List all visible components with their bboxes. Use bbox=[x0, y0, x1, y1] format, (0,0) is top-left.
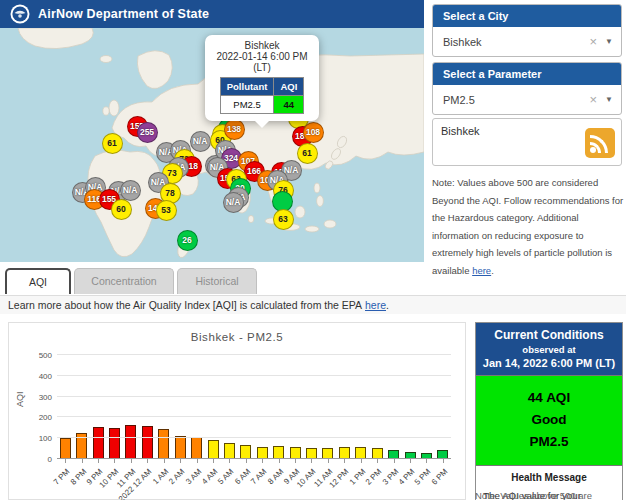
y-tick-label: 400 bbox=[39, 371, 52, 380]
map-marker[interactable]: 108 bbox=[303, 122, 324, 143]
x-tick bbox=[229, 459, 230, 463]
x-tick-label: 4 AM bbox=[200, 467, 219, 486]
x-tick bbox=[213, 459, 214, 463]
parameter-select[interactable]: PM2.5 × ▼ bbox=[433, 85, 621, 114]
map-marker[interactable]: 61 bbox=[297, 143, 318, 164]
chart-bar[interactable] bbox=[208, 440, 219, 459]
popup-aqi-table: Pollutant AQI PM2.5 44 bbox=[220, 77, 305, 114]
chart-bar-slot bbox=[435, 355, 451, 459]
map-marker[interactable]: 138 bbox=[224, 119, 245, 140]
x-tick-label: 7 PM bbox=[52, 467, 72, 487]
chart-bar[interactable] bbox=[158, 429, 169, 459]
select-parameter-panel: Select a Parameter PM2.5 × ▼ bbox=[432, 62, 622, 115]
popup-col-aqi: AQI bbox=[274, 78, 304, 96]
map-marker[interactable]: N/A bbox=[120, 180, 141, 201]
note-here-link[interactable]: here bbox=[472, 265, 491, 276]
world-aqi-map[interactable]: 15525561N/AN/AN/A72118N/A73N/AN/A78N/AN/… bbox=[0, 28, 424, 262]
popup-datetime: 2022-01-14 6:00 PM bbox=[209, 51, 315, 62]
chart-bar-slot bbox=[221, 355, 237, 459]
x-tick bbox=[98, 459, 99, 463]
y-tick-label: 500 bbox=[39, 351, 52, 360]
popup-timezone: (LT) bbox=[209, 62, 315, 73]
x-tick bbox=[328, 459, 329, 463]
chart-bar[interactable] bbox=[191, 437, 202, 459]
rss-icon[interactable] bbox=[585, 128, 615, 158]
chart-bar[interactable] bbox=[142, 426, 153, 459]
chart-bar-slot bbox=[369, 355, 385, 459]
chart-bar[interactable] bbox=[109, 428, 120, 459]
gridline bbox=[57, 458, 451, 459]
map-marker[interactable]: 63 bbox=[273, 209, 294, 230]
chart-bar-slot bbox=[254, 355, 270, 459]
x-tick bbox=[114, 459, 115, 463]
map-marker[interactable]: 60 bbox=[111, 199, 132, 220]
select-city-panel: Select a City Bishkek × ▼ bbox=[432, 4, 622, 57]
aqi-pollutant: PM2.5 bbox=[480, 434, 618, 449]
chart-bar-slot bbox=[90, 355, 106, 459]
note-text: Note: Values above 500 are considered Be… bbox=[432, 177, 623, 276]
chart-bar-slot bbox=[336, 355, 352, 459]
x-tick-label: 6 PM bbox=[430, 467, 450, 487]
learn-more-text: Learn more about how the Air Quality Ind… bbox=[8, 299, 362, 311]
learn-more-bar: Learn more about how the Air Quality Ind… bbox=[0, 295, 626, 314]
chart-bar-slot bbox=[287, 355, 303, 459]
aqi-status-box: 44 AQI Good PM2.5 bbox=[476, 375, 622, 466]
x-tick bbox=[164, 459, 165, 463]
city-select[interactable]: Bishkek × ▼ bbox=[433, 27, 621, 56]
popup-pollutant-value: PM2.5 bbox=[220, 96, 274, 114]
chart-bar[interactable] bbox=[175, 436, 186, 459]
epa-here-link[interactable]: here bbox=[365, 299, 386, 311]
chart-bar-slot bbox=[418, 355, 434, 459]
chart-bar[interactable] bbox=[125, 425, 136, 459]
observed-at-datetime: Jan 14, 2022 6:00 PM (LT) bbox=[480, 357, 618, 369]
y-tick-label: 200 bbox=[39, 413, 52, 422]
airnow-page: AirNow Department of State bbox=[0, 0, 626, 500]
chart-bar[interactable] bbox=[93, 427, 104, 459]
y-tick-label: 300 bbox=[39, 392, 52, 401]
x-tick bbox=[246, 459, 247, 463]
aqi-value: 44 AQI bbox=[480, 390, 618, 405]
observed-at-label: observed at bbox=[480, 344, 618, 355]
chart-y-axis-label: AQI bbox=[15, 391, 25, 407]
tab-aqi[interactable]: AQI bbox=[5, 268, 71, 294]
chart-bar[interactable] bbox=[273, 446, 284, 459]
x-tick-label: 8 PM bbox=[68, 467, 88, 487]
clear-parameter-icon[interactable]: × bbox=[589, 92, 597, 107]
x-tick bbox=[443, 459, 444, 463]
chevron-down-icon[interactable]: ▼ bbox=[605, 95, 613, 104]
x-tick bbox=[131, 459, 132, 463]
chart-bar-slot bbox=[320, 355, 336, 459]
map-marker[interactable]: N/A bbox=[223, 192, 244, 213]
aqi-category: Good bbox=[480, 412, 618, 427]
chart-bar-slot bbox=[156, 355, 172, 459]
learn-more-period: . bbox=[386, 299, 389, 311]
chart-bar-slot bbox=[73, 355, 89, 459]
map-marker[interactable]: 53 bbox=[156, 200, 177, 221]
x-tick bbox=[82, 459, 83, 463]
map-marker[interactable]: 26 bbox=[177, 230, 198, 251]
map-marker[interactable]: 255 bbox=[137, 122, 158, 143]
chart-bar[interactable] bbox=[240, 445, 251, 459]
map-marker[interactable]: N/A bbox=[190, 131, 211, 152]
map-marker[interactable]: 61 bbox=[102, 133, 123, 154]
chart-bar-slot bbox=[172, 355, 188, 459]
gridline bbox=[57, 437, 451, 438]
chart-bar-slot bbox=[57, 355, 73, 459]
tab-concentration[interactable]: Concentration bbox=[74, 268, 174, 294]
chart-bar[interactable] bbox=[224, 443, 235, 459]
app-header: AirNow Department of State bbox=[0, 0, 424, 28]
gridline bbox=[57, 354, 451, 355]
clear-city-icon[interactable]: × bbox=[589, 34, 597, 49]
x-tick-label: 2 AM bbox=[167, 467, 186, 486]
select-parameter-header: Select a Parameter bbox=[433, 63, 621, 85]
x-tick bbox=[311, 459, 312, 463]
chart-bar-slot bbox=[205, 355, 221, 459]
x-tick bbox=[65, 459, 66, 463]
tab-historical[interactable]: Historical bbox=[177, 268, 257, 294]
popup-aqi-value: 44 bbox=[274, 96, 304, 114]
chart-bar[interactable] bbox=[60, 438, 71, 459]
chevron-down-icon[interactable]: ▼ bbox=[605, 37, 613, 46]
x-tick bbox=[344, 459, 345, 463]
x-tick bbox=[361, 459, 362, 463]
chart-title: Bishkek - PM2.5 bbox=[9, 331, 465, 343]
